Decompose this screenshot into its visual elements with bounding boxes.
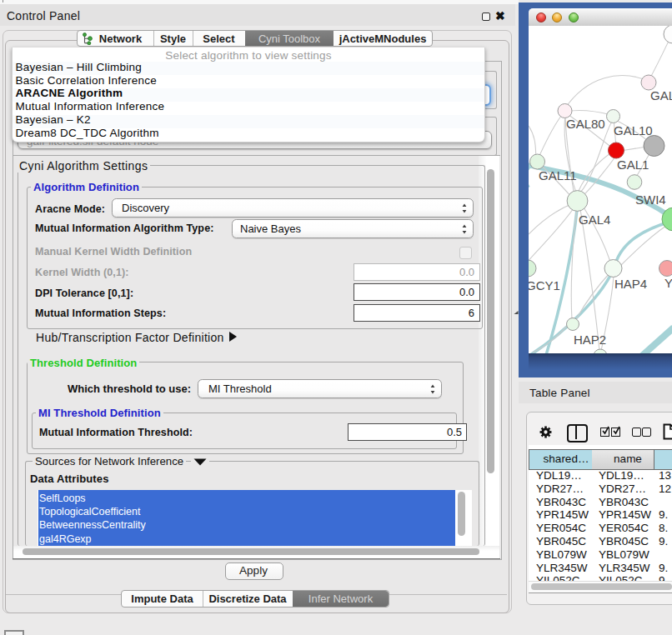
svg-text:YEL: YEL xyxy=(664,276,672,290)
svg-text:GAL4: GAL4 xyxy=(579,212,610,227)
svg-text:GAL10: GAL10 xyxy=(614,123,653,138)
svg-text:GAL1: GAL1 xyxy=(617,158,649,172)
svg-text:SWI4: SWI4 xyxy=(635,192,666,207)
svg-text:GCY1: GCY1 xyxy=(529,278,560,292)
svg-text:HAP2: HAP2 xyxy=(574,332,606,347)
svg-text:HAP4: HAP4 xyxy=(614,277,647,291)
svg-text:GAL11: GAL11 xyxy=(539,168,577,182)
svg-text:GAL80: GAL80 xyxy=(566,117,605,131)
svg-text:GAL2: GAL2 xyxy=(650,88,672,102)
